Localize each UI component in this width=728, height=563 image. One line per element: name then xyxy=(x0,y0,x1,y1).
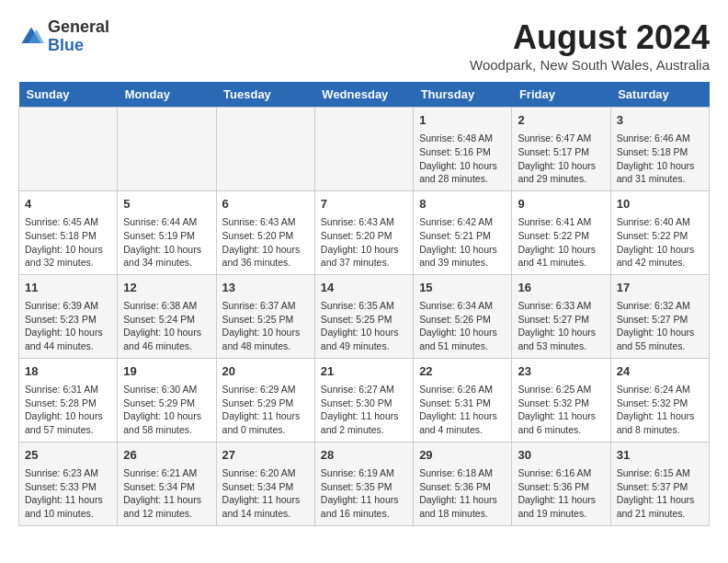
day-info: Sunset: 5:25 PM xyxy=(321,313,407,327)
day-info: Sunrise: 6:39 AM xyxy=(25,299,111,313)
day-info: Daylight: 11 hours and 8 minutes. xyxy=(617,409,703,436)
day-info: Sunset: 5:37 PM xyxy=(617,480,703,494)
day-info: Sunset: 5:18 PM xyxy=(617,145,703,159)
day-number: 24 xyxy=(617,363,703,380)
column-header-saturday: Saturday xyxy=(610,82,709,108)
day-number: 8 xyxy=(419,196,506,213)
day-info: Sunset: 5:27 PM xyxy=(518,313,604,327)
day-info: Daylight: 10 hours and 44 minutes. xyxy=(25,326,111,352)
day-info: Sunrise: 6:16 AM xyxy=(518,466,604,480)
day-info: Daylight: 11 hours and 6 minutes. xyxy=(518,409,604,436)
column-header-friday: Friday xyxy=(512,82,610,108)
day-info: Sunset: 5:18 PM xyxy=(25,229,111,243)
day-info: Sunset: 5:36 PM xyxy=(518,480,604,494)
day-info: Daylight: 10 hours and 39 minutes. xyxy=(419,243,506,270)
calendar-cell: 29Sunrise: 6:18 AMSunset: 5:36 PMDayligh… xyxy=(414,442,512,525)
day-info: Sunset: 5:29 PM xyxy=(222,396,309,410)
day-info: Sunset: 5:22 PM xyxy=(617,229,703,243)
day-info: Daylight: 11 hours and 0 minutes. xyxy=(222,409,309,436)
day-info: Sunrise: 6:43 AM xyxy=(222,215,309,229)
calendar-cell: 28Sunrise: 6:19 AMSunset: 5:35 PMDayligh… xyxy=(314,442,413,525)
day-info: Sunrise: 6:37 AM xyxy=(222,299,309,313)
day-info: Daylight: 10 hours and 46 minutes. xyxy=(123,326,210,352)
calendar-cell: 23Sunrise: 6:25 AMSunset: 5:32 PMDayligh… xyxy=(512,358,610,442)
day-number: 14 xyxy=(321,280,407,296)
calendar-cell: 19Sunrise: 6:30 AMSunset: 5:29 PMDayligh… xyxy=(118,358,216,442)
day-info: Sunrise: 6:47 AM xyxy=(518,132,604,145)
day-number: 28 xyxy=(321,447,407,464)
day-number: 5 xyxy=(123,196,210,213)
day-info: Sunset: 5:26 PM xyxy=(419,313,506,327)
day-info: Sunset: 5:30 PM xyxy=(321,396,407,410)
calendar-cell: 30Sunrise: 6:16 AMSunset: 5:36 PMDayligh… xyxy=(512,442,610,525)
day-info: Sunset: 5:25 PM xyxy=(222,313,309,327)
calendar-cell: 6Sunrise: 6:43 AMSunset: 5:20 PMDaylight… xyxy=(216,190,314,274)
calendar-cell: 26Sunrise: 6:21 AMSunset: 5:34 PMDayligh… xyxy=(118,442,216,525)
day-info: Sunset: 5:19 PM xyxy=(123,229,210,243)
calendar-cell: 4Sunrise: 6:45 AMSunset: 5:18 PMDaylight… xyxy=(19,190,118,274)
day-number: 13 xyxy=(222,280,309,296)
page-header: General Blue August 2024 Woodpark, New S… xyxy=(18,18,710,73)
day-info: Sunset: 5:22 PM xyxy=(518,229,604,243)
calendar-cell: 7Sunrise: 6:43 AMSunset: 5:20 PMDaylight… xyxy=(314,190,413,274)
day-info: Sunrise: 6:46 AM xyxy=(617,132,703,145)
day-info: Sunrise: 6:35 AM xyxy=(321,299,407,313)
column-header-sunday: Sunday xyxy=(19,82,118,108)
day-info: Daylight: 10 hours and 34 minutes. xyxy=(123,243,210,270)
day-info: Sunrise: 6:43 AM xyxy=(321,215,407,229)
calendar-cell: 21Sunrise: 6:27 AMSunset: 5:30 PMDayligh… xyxy=(314,358,413,442)
day-info: Daylight: 11 hours and 10 minutes. xyxy=(25,493,111,520)
logo-icon xyxy=(18,24,44,50)
calendar-cell: 17Sunrise: 6:32 AMSunset: 5:27 PMDayligh… xyxy=(610,274,709,358)
logo-general: General xyxy=(48,18,109,37)
day-info: Daylight: 10 hours and 58 minutes. xyxy=(123,409,210,436)
day-number: 6 xyxy=(222,196,309,213)
calendar-cell: 10Sunrise: 6:40 AMSunset: 5:22 PMDayligh… xyxy=(610,190,709,274)
day-number: 31 xyxy=(617,447,703,464)
day-info: Sunset: 5:29 PM xyxy=(123,396,210,410)
calendar-cell: 5Sunrise: 6:44 AMSunset: 5:19 PMDaylight… xyxy=(118,190,216,274)
day-info: Daylight: 10 hours and 29 minutes. xyxy=(518,159,604,186)
day-info: Sunset: 5:17 PM xyxy=(518,145,604,159)
calendar-cell: 25Sunrise: 6:23 AMSunset: 5:33 PMDayligh… xyxy=(19,442,118,525)
day-number: 25 xyxy=(25,447,111,464)
day-info: Sunrise: 6:34 AM xyxy=(419,299,506,313)
calendar-table: SundayMondayTuesdayWednesdayThursdayFrid… xyxy=(18,82,710,526)
calendar-cell: 31Sunrise: 6:15 AMSunset: 5:37 PMDayligh… xyxy=(610,442,709,525)
calendar-cell xyxy=(216,108,314,191)
day-info: Daylight: 11 hours and 14 minutes. xyxy=(222,493,309,520)
day-info: Daylight: 10 hours and 55 minutes. xyxy=(617,326,703,352)
day-info: Sunset: 5:36 PM xyxy=(419,480,506,494)
day-info: Sunset: 5:21 PM xyxy=(419,229,506,243)
day-info: Sunrise: 6:41 AM xyxy=(518,215,604,229)
day-info: Daylight: 10 hours and 57 minutes. xyxy=(25,409,111,436)
day-number: 21 xyxy=(321,363,407,380)
day-number: 1 xyxy=(419,112,506,129)
day-number: 29 xyxy=(419,447,506,464)
day-info: Daylight: 10 hours and 32 minutes. xyxy=(25,243,111,270)
calendar-week-4: 18Sunrise: 6:31 AMSunset: 5:28 PMDayligh… xyxy=(19,358,710,442)
day-info: Sunrise: 6:42 AM xyxy=(419,215,506,229)
day-number: 2 xyxy=(518,112,604,129)
calendar-cell: 12Sunrise: 6:38 AMSunset: 5:24 PMDayligh… xyxy=(118,274,216,358)
day-info: Sunset: 5:28 PM xyxy=(25,396,111,410)
day-info: Daylight: 10 hours and 49 minutes. xyxy=(321,326,407,352)
day-number: 16 xyxy=(518,280,604,296)
day-info: Daylight: 10 hours and 37 minutes. xyxy=(321,243,407,270)
calendar-cell: 18Sunrise: 6:31 AMSunset: 5:28 PMDayligh… xyxy=(19,358,118,442)
day-info: Sunrise: 6:48 AM xyxy=(419,132,506,145)
day-number: 26 xyxy=(123,447,210,464)
day-info: Sunrise: 6:23 AM xyxy=(25,466,111,480)
calendar-cell: 3Sunrise: 6:46 AMSunset: 5:18 PMDaylight… xyxy=(610,108,709,191)
calendar-cell xyxy=(118,108,216,191)
calendar-cell xyxy=(19,108,118,191)
column-header-thursday: Thursday xyxy=(414,82,512,108)
calendar-cell: 24Sunrise: 6:24 AMSunset: 5:32 PMDayligh… xyxy=(610,358,709,442)
day-info: Sunset: 5:31 PM xyxy=(419,396,506,410)
calendar-week-2: 4Sunrise: 6:45 AMSunset: 5:18 PMDaylight… xyxy=(19,190,710,274)
day-info: Daylight: 11 hours and 19 minutes. xyxy=(518,493,604,520)
day-info: Sunrise: 6:27 AM xyxy=(321,383,407,396)
day-info: Daylight: 10 hours and 28 minutes. xyxy=(419,159,506,186)
day-info: Daylight: 11 hours and 18 minutes. xyxy=(419,493,506,520)
day-info: Sunset: 5:33 PM xyxy=(25,480,111,494)
